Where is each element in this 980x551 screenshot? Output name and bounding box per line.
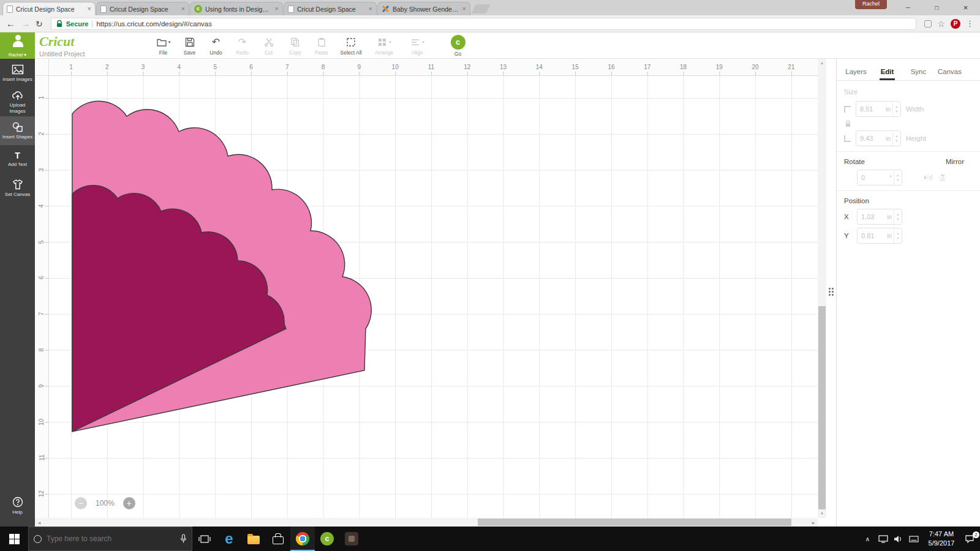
chrome-profile-badge[interactable]: Rachel — [855, 0, 887, 9]
save-icon — [184, 37, 195, 48]
vertical-scrollbar[interactable]: ▲ ▼ — [818, 59, 826, 518]
maximize-button[interactable]: □ — [922, 0, 951, 15]
tab-close-icon[interactable]: × — [369, 6, 372, 12]
task-view-button[interactable] — [192, 527, 217, 551]
ruler-number: 8 — [305, 64, 341, 70]
sidebar-item-insert-images[interactable]: Insert Images — [0, 59, 35, 88]
paste-button[interactable]: Paste — [308, 32, 334, 59]
horizontal-scrollbar[interactable]: ◀ ▶ — [35, 518, 818, 527]
browser-tab-4[interactable]: Cricut Design Space × — [284, 2, 377, 15]
scroll-left-arrow[interactable]: ◀ — [35, 518, 43, 527]
sidebar-item-add-text[interactable]: T Add Text — [0, 145, 35, 174]
notification-center-icon[interactable]: 2 — [962, 527, 977, 551]
width-corner-icon — [844, 106, 851, 113]
image-icon — [12, 64, 24, 75]
aspect-lock[interactable] — [845, 120, 980, 127]
file-explorer-icon[interactable] — [241, 527, 266, 551]
height-input[interactable]: 9.43 in ▴▾ — [856, 130, 901, 146]
redo-button[interactable]: ↷ Redo — [229, 32, 255, 59]
cut-button[interactable]: Cut — [255, 32, 282, 59]
url-text[interactable]: https://us.cricut.com/design/#/canvas — [96, 20, 212, 28]
cricut-favicon: c — [194, 5, 202, 13]
new-tab-button[interactable] — [472, 4, 491, 13]
arrange-button[interactable]: ▾ Arrange — [368, 32, 401, 59]
minimize-button[interactable]: ─ — [894, 0, 922, 15]
tab-edit[interactable]: Edit — [872, 59, 903, 80]
scroll-up-arrow[interactable]: ▲ — [818, 59, 826, 67]
tab-close-icon[interactable]: × — [462, 6, 466, 12]
position-x-row: X 1.03 in ▴▾ — [844, 209, 980, 225]
browser-tab-3[interactable]: c Using fonts in Design Sp × — [190, 2, 283, 15]
keyboard-icon[interactable] — [906, 527, 921, 551]
sidebar-item-help[interactable]: Help — [0, 492, 35, 520]
browser-tab-5[interactable]: Baby Shower Gender Re × — [377, 2, 470, 15]
save-button[interactable]: Save — [176, 32, 203, 59]
design-canvas[interactable]: − 100% + — [49, 76, 818, 518]
scroll-down-arrow[interactable]: ▼ — [818, 509, 826, 518]
user-avatar[interactable]: Rachel ▾ — [0, 32, 35, 59]
start-button[interactable] — [0, 527, 28, 551]
browser-tab-2[interactable]: Cricut Design Space × — [96, 2, 189, 15]
vertical-scrollbar-thumb[interactable] — [818, 306, 826, 509]
rotate-input[interactable]: 0 ° ▴▾ — [857, 170, 902, 186]
reload-button[interactable]: ↻ — [36, 20, 43, 28]
edge-icon[interactable]: e — [217, 527, 241, 551]
width-input[interactable]: 8.51 in ▴▾ — [856, 101, 901, 117]
store-icon[interactable] — [266, 527, 290, 551]
sidebar-item-upload-images[interactable]: Upload Images — [0, 88, 35, 116]
search-input[interactable] — [47, 534, 175, 543]
rotate-stepper[interactable]: ▴▾ — [894, 170, 902, 185]
ruler-number: 15 — [557, 64, 594, 70]
microphone-icon[interactable] — [180, 534, 187, 544]
copy-button[interactable]: Copy — [282, 32, 308, 59]
file-button[interactable]: ▾ File — [150, 32, 176, 59]
cricut-app-icon[interactable]: c — [315, 527, 339, 551]
go-button[interactable]: c Go — [445, 32, 471, 59]
position-x-input[interactable]: 1.03 in ▴▾ — [857, 209, 902, 225]
forward-button[interactable]: → — [21, 19, 30, 28]
scroll-right-arrow[interactable]: ▶ — [809, 518, 818, 527]
zoom-in-button[interactable]: + — [123, 497, 135, 509]
tab-canvas[interactable]: Canvas — [934, 59, 965, 80]
network-icon[interactable] — [875, 527, 891, 551]
tab-title: Cricut Design Space — [110, 6, 178, 13]
tray-expand-icon[interactable]: ∧ — [860, 527, 875, 551]
taskbar-search[interactable] — [28, 527, 192, 551]
taskbar-clock[interactable]: 7:47 AM 5/9/2017 — [921, 530, 962, 548]
browser-tab-1[interactable]: Cricut Design Space × — [2, 2, 96, 15]
back-button[interactable]: ← — [6, 19, 15, 28]
position-x-stepper[interactable]: ▴▾ — [894, 209, 902, 224]
tab-close-icon[interactable]: × — [88, 6, 91, 12]
chrome-icon[interactable] — [290, 527, 315, 551]
horizontal-scrollbar-thumb[interactable] — [478, 519, 791, 526]
sidebar-item-set-canvas[interactable]: Set Canvas — [0, 174, 35, 203]
select-all-button[interactable]: Select All — [334, 32, 368, 59]
screen: Cricut Design Space × Cricut Design Spac… — [0, 0, 980, 551]
position-y-stepper[interactable]: ▴▾ — [894, 228, 902, 243]
y-axis-label: Y — [844, 232, 852, 239]
tab-close-icon[interactable]: × — [181, 6, 185, 12]
undo-button[interactable]: ↶ Undo — [203, 32, 229, 59]
arrange-icon — [377, 37, 388, 48]
tab-sync[interactable]: Sync — [903, 59, 934, 80]
position-y-input[interactable]: 0.81 in ▴▾ — [857, 228, 902, 244]
pinterest-icon[interactable]: P — [951, 19, 960, 29]
close-window-button[interactable]: × — [951, 0, 980, 15]
flip-vertical-icon[interactable] — [938, 173, 948, 182]
ruler-number: 19 — [701, 64, 737, 70]
app-icon[interactable] — [339, 527, 364, 551]
zoom-out-button[interactable]: − — [75, 497, 87, 509]
panel-resize-handle[interactable] — [826, 59, 836, 527]
tab-close-icon[interactable]: × — [275, 6, 279, 12]
browser-menu-icon[interactable]: ⋮ — [966, 20, 974, 28]
sidebar-item-insert-shapes[interactable]: Insert Shapes — [0, 116, 35, 145]
address-bar[interactable]: Secure https://us.cricut.com/design/#/ca… — [51, 18, 917, 30]
height-stepper[interactable]: ▴▾ — [892, 131, 900, 146]
extension-icon[interactable] — [924, 20, 932, 28]
flip-horizontal-icon[interactable] — [923, 173, 933, 182]
width-stepper[interactable]: ▴▾ — [892, 102, 900, 116]
align-button[interactable]: ▾ Align — [401, 32, 434, 59]
bookmark-star-icon[interactable]: ☆ — [937, 20, 945, 28]
volume-icon[interactable] — [891, 527, 906, 551]
tab-layers[interactable]: Layers — [840, 59, 872, 80]
